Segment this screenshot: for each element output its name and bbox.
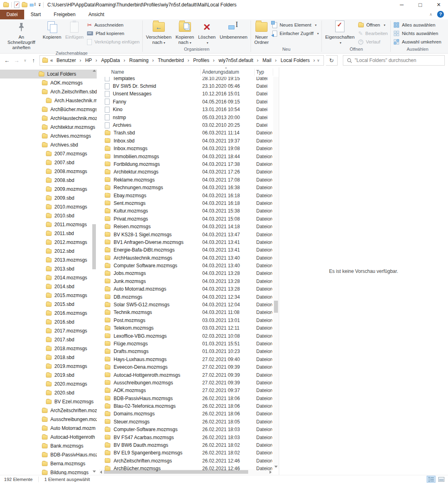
file-row[interactable]: Steuer.mozmsgs 26.02.2021 18:05 Dateiord… bbox=[97, 418, 279, 425]
sidebar-scrollbar-thumb[interactable] bbox=[92, 224, 96, 269]
sidebar-folder-item[interactable]: Architektur.mozmsgs bbox=[0, 123, 97, 132]
sidebar-folder-item[interactable]: 2019.sbd bbox=[0, 371, 97, 380]
file-row[interactable]: ArchHaustechnik.mozmsgs 04.03.2021 13:40… bbox=[97, 254, 279, 262]
sidebar-folder-item[interactable]: 2012.sbd bbox=[0, 247, 97, 256]
invert-selection-button[interactable]: Auswahl umkehren bbox=[394, 39, 441, 45]
file-row[interactable]: Telekom.mozmsgs 03.03.2021 12:11 Dateior… bbox=[97, 324, 279, 332]
new-folder-quick-icon[interactable] bbox=[22, 3, 27, 7]
sidebar-folder-item[interactable]: ArchBücher.mozmsgs bbox=[0, 105, 97, 114]
open-button[interactable]: Öffnen bbox=[358, 22, 388, 28]
rename-quick-icon[interactable] bbox=[30, 2, 36, 7]
sidebar-folder-item[interactable]: Autocad-Hottgenroth bbox=[0, 433, 97, 442]
sidebar-folder-item[interactable]: 2020.sbd bbox=[0, 388, 97, 397]
file-row[interactable]: Kultur.mozmsgs 04.03.2021 15:38 Dateiord… bbox=[97, 207, 279, 215]
file-row[interactable]: Auto Motorrad.mozmsgs 04.03.2021 13:28 D… bbox=[97, 285, 279, 293]
file-row[interactable]: Trash.sbd 06.03.2021 11:14 Dateiordner bbox=[97, 129, 279, 137]
file-row[interactable]: Inbox.mozmsgs 04.03.2021 19:08 Dateiordn… bbox=[97, 145, 279, 153]
sidebar-folder-item[interactable]: ArchHaustechnik.moz bbox=[0, 114, 97, 123]
ribbon-tab[interactable]: Freigeben bbox=[47, 10, 82, 19]
minimize-button[interactable] bbox=[392, 0, 411, 10]
sidebar-folder-item[interactable]: 2007.sbd bbox=[0, 158, 97, 167]
thumbnail-view-button[interactable] bbox=[437, 476, 446, 483]
file-row[interactable]: ArchZeitschriften.mozmsgs 26.02.2021 12:… bbox=[97, 457, 279, 464]
sidebar-folder-item[interactable]: 2011.sbd bbox=[0, 229, 97, 238]
sidebar-folder-item[interactable]: AOK.mozmsgs bbox=[0, 78, 97, 87]
file-row[interactable]: Domains.mozmsgs 26.02.2021 18:06 Dateior… bbox=[97, 410, 279, 418]
address-dropdown-icon[interactable] bbox=[317, 58, 321, 62]
file-row[interactable]: Autocad-Hottgenroth.mozmsgs 27.02.2021 0… bbox=[97, 371, 279, 379]
file-row[interactable]: Jobs.mozmsgs 04.03.2021 13:28 Dateiordne… bbox=[97, 270, 279, 277]
properties-quick-icon[interactable] bbox=[14, 2, 19, 8]
file-row[interactable]: Archives 03.02.2010 20:25 Datei bbox=[97, 121, 279, 129]
sidebar-folder-item[interactable]: 2008.mozmsgs bbox=[0, 167, 97, 176]
select-none-button[interactable]: Nichts auswählen bbox=[394, 30, 441, 37]
breadcrumb-item[interactable]: AppData bbox=[99, 58, 127, 63]
column-header-type[interactable]: Typ bbox=[255, 68, 273, 76]
breadcrumb-item[interactable]: wiy7n5sf.default bbox=[217, 58, 261, 63]
explorer-folder-icon[interactable] bbox=[3, 3, 9, 7]
breadcrumb-item[interactable]: Benutzer bbox=[54, 58, 83, 63]
sidebar-folder-item[interactable]: Bank.mozmsgs bbox=[0, 442, 97, 450]
sidebar-folder-item[interactable]: 2016.mozmsgs bbox=[0, 309, 97, 318]
file-row[interactable]: BV EL9 Spangenberg.mozmsgs 26.02.2021 18… bbox=[97, 449, 279, 457]
file-row[interactable]: Privat.mozmsgs 04.03.2021 15:08 Dateiord… bbox=[97, 215, 279, 223]
file-row[interactable]: Lexoffice-VBG.mozmsgs 02.03.2021 10:08 D… bbox=[97, 332, 279, 340]
file-row[interactable]: Computer Software.mozmsgs 04.03.2021 13:… bbox=[97, 262, 279, 269]
pin-to-quick-access-button[interactable]: An Schnellzugriff anheften bbox=[2, 19, 41, 50]
new-folder-button[interactable]: Neuer Ordner bbox=[252, 19, 271, 45]
history-button[interactable]: Verlauf bbox=[358, 39, 388, 45]
file-row[interactable]: Technik.mozmsgs 04.03.2021 11:08 Dateior… bbox=[97, 309, 279, 316]
refresh-icon[interactable] bbox=[326, 55, 337, 66]
file-row[interactable]: Reklame.mozmsgs 04.03.2021 17:08 Dateior… bbox=[97, 176, 279, 184]
back-icon[interactable]: ← bbox=[3, 57, 11, 64]
sidebar-folder-item[interactable]: Ausschreibungen.moz bbox=[0, 415, 97, 424]
sidebar-folder-item[interactable]: 2009.mozmsgs bbox=[0, 185, 97, 194]
sidebar-folder-item[interactable]: BDB-PassivHaus.mozr bbox=[0, 450, 97, 459]
file-row[interactable]: DB.mozmsgs 04.03.2021 12:34 Dateiordner bbox=[97, 293, 279, 301]
file-row[interactable]: Ausschreibungen.mozmsgs 27.02.2021 09:39… bbox=[97, 379, 279, 386]
sidebar-folder-item[interactable]: Archives.mozmsgs bbox=[0, 132, 97, 140]
breadcrumb-item[interactable]: Local Folders bbox=[279, 58, 317, 63]
sidebar-folder-item[interactable]: 2017.sbd bbox=[0, 335, 97, 344]
sidebar-folder-item[interactable]: 2016.sbd bbox=[0, 318, 97, 326]
sidebar-folder-item[interactable]: 2018.mozmsgs bbox=[0, 344, 97, 353]
file-row[interactable]: nstmp 05.03.2013 20:00 Datei bbox=[97, 114, 279, 121]
sidebar-folder-item[interactable]: 2015.mozmsgs bbox=[0, 291, 97, 300]
ribbon-tab[interactable]: Ansicht bbox=[82, 10, 110, 19]
file-row[interactable]: Flüge.mozmsgs 01.03.2021 15:51 Dateiordn… bbox=[97, 340, 279, 347]
breadcrumb[interactable]: « Benutzer HP AppData Roaming Thunderbir… bbox=[39, 55, 324, 66]
file-row[interactable]: Architektur.mozmsgs 04.03.2021 17:26 Dat… bbox=[97, 168, 279, 176]
delete-button[interactable]: Löschen bbox=[196, 19, 218, 45]
file-row[interactable]: Immobilien.mozmsgs 04.03.2021 18:44 Date… bbox=[97, 153, 279, 160]
sidebar-folder-item[interactable]: 2013.mozmsgs bbox=[0, 256, 97, 264]
file-row[interactable]: Post.mozmsgs 03.03.2021 13:01 Dateiordne… bbox=[97, 316, 279, 324]
sidebar-folder-item[interactable]: 2018.sbd bbox=[0, 353, 97, 362]
copy-button[interactable]: Kopieren bbox=[41, 19, 63, 40]
file-row[interactable]: Unsent Messages 10.12.2016 15:01 Datei bbox=[97, 90, 279, 98]
file-row[interactable]: Blau-02-Telefonica.mozmsgs 26.02.2021 18… bbox=[97, 402, 279, 410]
scroll-down-icon[interactable] bbox=[93, 471, 96, 473]
sidebar-folder-item[interactable]: 2014.mozmsgs bbox=[0, 273, 97, 282]
sidebar-folder-item[interactable]: 2012.mozmsgs bbox=[0, 238, 97, 247]
sidebar-folder-item[interactable]: 2017.mozmsgs bbox=[0, 326, 97, 335]
file-row[interactable]: Ebay.mozmsgs 04.03.2021 16:18 Dateiordne… bbox=[97, 192, 279, 199]
sidebar-folder-item[interactable]: 2007.mozmsgs bbox=[0, 149, 97, 158]
sidebar-folder-item[interactable]: BV Ezel.mozmsgs bbox=[0, 397, 97, 406]
sidebar-folder-item[interactable]: Local Folders bbox=[0, 70, 97, 78]
maximize-button[interactable] bbox=[411, 0, 429, 10]
file-row[interactable]: BDB-PassivHaus.mozmsgs 26.02.2021 18:06 … bbox=[97, 394, 279, 402]
sidebar-folder-item[interactable]: Berna.mozmsgs bbox=[0, 459, 97, 468]
tab-file[interactable]: Datei bbox=[0, 10, 24, 19]
file-row[interactable]: BV KS28-1 Sigel.mozmsgs 04.03.2021 13:47… bbox=[97, 231, 279, 238]
sidebar-folder-item[interactable]: Arch.Zeitschriften.sbd bbox=[0, 87, 97, 96]
file-row[interactable]: ArchBücher.mozmsgs 26.02.2021 12:46 Date… bbox=[97, 465, 279, 473]
copy-to-button[interactable]: Kopieren nach bbox=[174, 19, 196, 45]
sidebar-folder-item[interactable]: Auto Motorrad.mozm bbox=[0, 424, 97, 433]
file-row[interactable]: Energie-Bafa-DiBt.mozmsgs 04.03.2021 13:… bbox=[97, 246, 279, 254]
column-header-date[interactable]: Änderungsdatum bbox=[201, 68, 255, 76]
file-row[interactable]: BV1 Anfragen-Diverse.mozmsgs 04.03.2021 … bbox=[97, 238, 279, 246]
file-row[interactable]: Fortbildung.mozmsgs 04.03.2021 17:38 Dat… bbox=[97, 160, 279, 168]
file-row[interactable]: Junk.mozmsgs 04.03.2021 13:28 Dateiordne… bbox=[97, 277, 279, 285]
file-row[interactable]: Drafts.mozmsgs 01.03.2021 10:23 Dateiord… bbox=[97, 348, 279, 355]
move-to-button[interactable]: Verschieben nach bbox=[144, 19, 173, 45]
